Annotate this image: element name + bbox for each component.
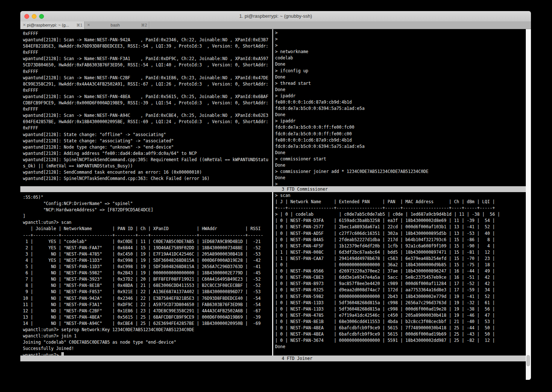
- tab-bar: ✕ pi@raspberrypi: ~ (g... ⌘1 ✕ bash ⌘2: [20, 21, 531, 29]
- terminal-window: 1. pi@raspberrypi: ~ (gnubby-ssh) ✕ pi@r…: [20, 11, 531, 380]
- ncp-joiner-pane-label: 1 NCP Joiner: [43, 362, 74, 367]
- pane-status-bar-top: 0 wpantund 3 FTD Commissioner: [20, 186, 526, 192]
- wpantund-pane-label: 0 wpantund: [43, 192, 69, 198]
- terminal-content: 0xFFFF wpantund[2128]: Scan -> Name:NEST…: [20, 29, 531, 380]
- pane-wpantund-log[interactable]: 0xFFFF wpantund[2128]: Scan -> Name:NEST…: [23, 31, 272, 186]
- pane-status-bar-bottom: 1 NCP Joiner 4 FTD Joiner: [20, 355, 526, 361]
- pane-divider-bottom[interactable]: [272, 192, 273, 355]
- tab-pi-raspberrypi[interactable]: ✕ pi@raspberrypi: ~ (g... ⌘1: [20, 21, 85, 29]
- ftd-commissioner-pane-label: 3 FTD Commissioner: [282, 186, 328, 192]
- ftd-joiner-pane-label: 4 FTD Joiner: [282, 355, 312, 361]
- scrollbar[interactable]: [526, 29, 531, 380]
- tab-close-icon[interactable]: ✕: [86, 21, 91, 29]
- pane-divider-top[interactable]: [272, 29, 273, 186]
- tab-shortcut: ⌘2: [141, 21, 147, 29]
- title-bar[interactable]: 1. pi@raspberrypi: ~ (gnubby-ssh): [20, 11, 531, 22]
- pane-ftd-joiner[interactable]: > scan | J | Network Name | Extended PAN…: [275, 192, 526, 355]
- tab-label: bash: [91, 21, 139, 29]
- pane-ftd-commissioner[interactable]: > > > > networkname codelab Done > ifcon…: [275, 30, 526, 186]
- tab-shortcut: ⌘1: [76, 21, 82, 29]
- tab-close-icon[interactable]: ✕: [22, 21, 27, 29]
- scrollbar-thumb[interactable]: [527, 355, 530, 366]
- pane-ncp-joiner[interactable]: :55:05)" "Config:NCP:DriverName" => "spi…: [23, 194, 272, 355]
- tab-label: pi@raspberrypi: ~ (g...: [27, 21, 75, 29]
- window-title: 1. pi@raspberrypi: ~ (gnubby-ssh): [20, 11, 531, 21]
- tab-bash[interactable]: ✕ bash ⌘2: [85, 21, 149, 29]
